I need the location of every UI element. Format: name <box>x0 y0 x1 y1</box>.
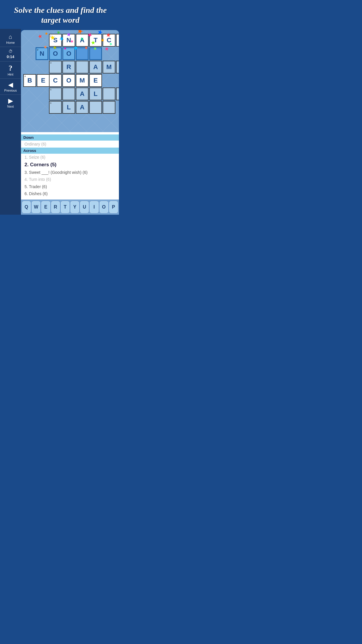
previous-label: Previous <box>4 89 17 92</box>
cell-r3-c7[interactable]: M <box>103 61 115 74</box>
cell-r2-c2[interactable]: 2N <box>36 47 48 60</box>
header-title: Solve the clues and find the target word <box>6 5 115 25</box>
cell-r4-c3[interactable]: C <box>49 74 62 87</box>
cell-r3-c3[interactable]: 3 <box>49 61 62 74</box>
cell-r5-c5[interactable]: A <box>76 88 89 100</box>
across-clue-6-num: 6. <box>24 191 28 196</box>
cell-r1-c5[interactable]: A <box>76 34 89 47</box>
hint-icon: ? <box>9 64 13 73</box>
cell-r6-c3[interactable]: 6 <box>49 101 62 114</box>
hint-label: Hint <box>8 73 13 76</box>
down-header: Down <box>21 134 119 141</box>
keyboard: Q W E R T Y U I O P <box>21 200 119 215</box>
key-u[interactable]: U <box>80 201 89 213</box>
key-q[interactable]: Q <box>22 201 31 213</box>
across-clue-1-text: Seize (6) <box>29 155 45 160</box>
key-w[interactable]: W <box>32 201 40 213</box>
across-clue-5-num: 5. <box>24 184 28 189</box>
cell-r2-c6[interactable] <box>89 47 102 60</box>
cell-r5-c3[interactable]: 5 <box>49 88 62 100</box>
across-clue-3-text: Sweet ___! (Goodnight wish) (6) <box>29 170 88 175</box>
sidebar-item-timer: ⏱ 0:14 <box>0 47 21 62</box>
across-clue-3[interactable]: 3. Sweet ___! (Goodnight wish) (6) <box>24 169 115 176</box>
cell-r1-c4[interactable]: N <box>62 34 75 47</box>
across-clue-4[interactable]: 4. Turn into (6) <box>24 176 115 183</box>
cell-r3-c4[interactable]: R <box>62 61 75 74</box>
next-label: Next <box>7 105 14 108</box>
cell-r2-c5[interactable] <box>76 47 89 60</box>
cell-r6-c5[interactable]: A <box>76 101 89 114</box>
previous-arrow-icon: ◀ <box>8 81 13 89</box>
key-i[interactable]: I <box>90 201 98 213</box>
sidebar: ⌂ Home ⏱ 0:14 ? Hint ◀ Previous ▶ Next <box>0 29 21 215</box>
across-clue-5[interactable]: 5. Trader (6) <box>24 183 115 190</box>
across-clue-6-text: Dishes (6) <box>29 191 48 196</box>
clues-area: Down Ordinary (6) Across 1. Seize (6) 2.… <box>21 132 119 200</box>
cell-r4-c5[interactable]: M <box>76 74 89 87</box>
timer-value: 0:14 <box>7 55 14 59</box>
header: Solve the clues and find the target word <box>0 0 121 29</box>
key-p[interactable]: P <box>109 201 118 213</box>
cell-r5-c6[interactable]: L <box>89 88 102 100</box>
across-clue-2-text: Corners (5) <box>30 162 57 167</box>
cell-r5-c8[interactable]: R <box>116 88 119 100</box>
down-clue-1-text: Ordinary (6) <box>24 142 46 146</box>
cell-r4-c6[interactable]: E <box>89 74 102 87</box>
cell-r5-c4[interactable] <box>62 88 75 100</box>
cell-r1-c7[interactable]: C <box>103 34 115 47</box>
cell-r4-c1[interactable]: 4B <box>23 74 36 87</box>
crossword-grid: 1S N A T C H 2N O O 3 R A <box>23 34 117 118</box>
across-clue-3-num: 3. <box>24 170 28 175</box>
key-y[interactable]: Y <box>71 201 79 213</box>
timer-icon: ⏱ <box>8 49 13 54</box>
cell-r3-c5[interactable] <box>76 61 89 74</box>
across-clue-4-num: 4. <box>24 177 28 182</box>
cell-r3-c6[interactable]: A <box>89 61 102 74</box>
next-arrow-icon: ▶ <box>8 97 13 105</box>
cell-r1-c6[interactable]: T <box>89 34 102 47</box>
across-clue-2-num: 2. <box>24 162 29 167</box>
cell-r2-c3[interactable]: O <box>49 47 62 60</box>
key-r[interactable]: R <box>51 201 60 213</box>
sidebar-item-previous[interactable]: ◀ Previous <box>0 79 21 95</box>
page-wrapper: Solve the clues and find the target word… <box>0 0 121 215</box>
cell-r6-c6[interactable] <box>89 101 102 114</box>
cell-r3-c8[interactable] <box>116 61 119 74</box>
home-label: Home <box>6 41 15 44</box>
cell-r6-c7[interactable] <box>103 101 115 114</box>
cell-r4-c2[interactable]: E <box>37 74 50 87</box>
across-clue-1-num: 1. <box>24 155 28 160</box>
key-o[interactable]: O <box>100 201 108 213</box>
main-game-area: ★ ★ ★ ★ ★ ★ ★ ★ ★ ★ ★ ★ ★ ★ ★ <box>21 30 119 215</box>
across-clue-6[interactable]: 6. Dishes (6) <box>24 190 115 197</box>
cell-r5-c7[interactable] <box>103 88 115 100</box>
key-t[interactable]: T <box>61 201 69 213</box>
across-header: Across <box>21 148 119 154</box>
cell-r6-c4[interactable]: L <box>62 101 75 114</box>
content-row: ⌂ Home ⏱ 0:14 ? Hint ◀ Previous ▶ Next <box>0 29 121 215</box>
cell-r1-c3[interactable]: 1S <box>49 34 62 47</box>
cell-r2-c4[interactable]: O <box>62 47 75 60</box>
across-clue-1[interactable]: 1. Seize (6) <box>24 154 115 161</box>
across-clue-5-text: Trader (6) <box>29 184 47 189</box>
key-e[interactable]: E <box>41 201 50 213</box>
sidebar-item-next[interactable]: ▶ Next <box>0 95 21 111</box>
sidebar-item-home[interactable]: ⌂ Home <box>0 31 21 47</box>
home-icon: ⌂ <box>9 34 12 40</box>
cell-r4-c4[interactable]: O <box>62 74 75 87</box>
sidebar-item-hint[interactable]: ? Hint <box>0 62 21 79</box>
across-clue-4-text: Turn into (6) <box>29 177 51 182</box>
across-clue-2[interactable]: 2. Corners (5) <box>24 161 115 169</box>
cell-r1-c8[interactable]: H <box>116 34 119 47</box>
crossword-area: ★ ★ ★ ★ ★ ★ ★ ★ ★ ★ ★ ★ ★ ★ ★ <box>21 30 119 132</box>
down-clue-1[interactable]: Ordinary (6) <box>24 141 115 148</box>
